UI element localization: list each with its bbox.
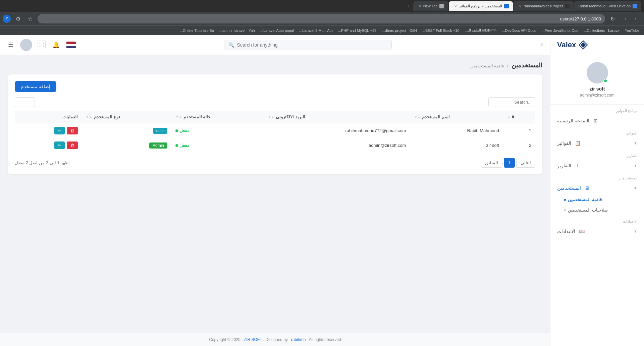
- col-status: حالة المستخدم ▲▼: [171, 111, 264, 123]
- language-flag[interactable]: [66, 42, 76, 48]
- table-search-input[interactable]: [488, 97, 535, 107]
- bookmark-youtube[interactable]: YouTube: [623, 28, 641, 33]
- header-search-input[interactable]: [237, 42, 387, 48]
- bookmark-js[interactable]: Free JavaScript Cod...: [540, 28, 580, 33]
- cell-actions-0: 🗑 ✏: [15, 123, 82, 138]
- logo-icon: [579, 40, 588, 50]
- section-label-invoices-app: برنامج الفواتير: [550, 105, 644, 114]
- forward-button[interactable]: →: [620, 14, 629, 23]
- tab-close-4[interactable]: ✕: [419, 4, 421, 8]
- sidebar-label-settings: الاعدادات: [557, 229, 575, 234]
- bookmark-collections[interactable]: Collections - Larave...: [582, 28, 621, 33]
- sidebar-item-invoices[interactable]: ▼ 📋 الفواتير: [550, 137, 644, 150]
- back-button[interactable]: ←: [632, 14, 641, 23]
- sidebar-user-section: zir soft admin@zirsoft.com: [550, 55, 644, 105]
- col-num-sort[interactable]: # ▲: [507, 114, 531, 119]
- per-page-input[interactable]: 50: [15, 97, 35, 107]
- col-email: البريد الالكتروني ▲▼: [264, 111, 410, 123]
- hamburger-button[interactable]: ☰: [7, 40, 15, 50]
- sidebar-item-settings[interactable]: ▼ 📖 الاعدادات: [550, 225, 644, 238]
- bookmark-rabih[interactable]: rabih-mh الملف الـ...: [463, 27, 499, 33]
- bookmark-laravel8[interactable]: Laravel 8 Multi Aut...: [297, 28, 335, 33]
- next-page-button[interactable]: التالي: [516, 158, 535, 168]
- header-menu-button[interactable]: ≡: [540, 42, 543, 48]
- col-actions: العمليات: [15, 111, 82, 123]
- status-dot-0: [175, 129, 178, 132]
- address-input[interactable]: [38, 14, 605, 23]
- sidebar-label-reports: التقارير: [557, 163, 571, 168]
- cell-type-0: user: [82, 123, 171, 138]
- col-num-label: #: [512, 114, 514, 119]
- chevron-invoices: ▼: [634, 141, 637, 145]
- bookmark-devdocs[interactable]: DevDocs API Docu...: [500, 28, 538, 33]
- users-icon: 🖥: [584, 185, 590, 191]
- page-1-button[interactable]: 1: [504, 158, 515, 168]
- browser-tab-3[interactable]: المستخدمين - برنامج الفواتير ✕: [449, 1, 513, 11]
- header-left: ☰ ⛶ 🔔: [7, 39, 76, 51]
- add-user-button[interactable]: إضافة مستخدم: [15, 81, 56, 92]
- bookmark-laravelauto[interactable]: Laravel Auto popul...: [258, 28, 296, 33]
- notification-button[interactable]: 🔔: [51, 40, 61, 50]
- sidebar-email: admin@zirsoft.com: [557, 93, 637, 98]
- table-row: 2 zir soft admin@zirsoft.com مفعل Admin …: [15, 138, 535, 153]
- extensions-button[interactable]: ⚙: [13, 14, 23, 23]
- subitem-dot-inactive: [564, 209, 566, 211]
- bookmark-dbms[interactable]: dbms-project - GitH...: [380, 28, 419, 33]
- pagination-row: التالي 1 السابق اظهر 1 الى 2 من اصل 2 سج…: [15, 158, 535, 168]
- bookmark-fullstack[interactable]: 10+ BEST Full Stack...: [420, 28, 462, 33]
- sidebar-item-users[interactable]: ▼ 🖥 المستخدمين: [550, 182, 644, 194]
- cell-name-1: zir soft: [410, 138, 503, 153]
- browser-tab-2[interactable]: rabihmh/invoicesProject ✕: [514, 1, 574, 11]
- menu-item-users-left: 🖥 المستخدمين: [557, 185, 590, 191]
- cell-actions-1: 🗑 ✏: [15, 138, 82, 153]
- status-dot-1: [175, 144, 178, 147]
- bookmark-online[interactable]: Online Tutorials So...: [178, 28, 216, 33]
- col-email-label: البريد الالكتروني: [276, 114, 305, 119]
- col-type-sort[interactable]: نوع المستخدم ▲▼: [86, 114, 167, 119]
- cell-email-1: admin@zirsoft.com: [264, 138, 410, 153]
- tab-close-3[interactable]: ✕: [454, 4, 457, 8]
- profile-button[interactable]: Z: [3, 15, 11, 23]
- edit-button-0[interactable]: ✏: [54, 127, 65, 134]
- tab-close-2[interactable]: ✕: [519, 4, 522, 8]
- delete-button-0[interactable]: 🗑: [67, 127, 78, 134]
- tab-label-3: المستخدمين - برنامج الفواتير: [459, 4, 502, 8]
- delete-button-1[interactable]: 🗑: [67, 141, 78, 149]
- bookmark-authlaravel[interactable]: auth in laravel - Yah...: [217, 28, 257, 33]
- subitem-users-permissions-label: صلاحيات المستخدمين: [568, 208, 608, 213]
- bookmark-php[interactable]: 39+ PHP and MySQL...: [336, 28, 378, 33]
- new-tab-button[interactable]: +: [405, 3, 412, 9]
- content-card: إضافة مستخدم 50 # ▲: [8, 74, 542, 174]
- browser-tab-1[interactable]: Rabih Mahmoud | Web Develop... ✕: [574, 1, 641, 11]
- sidebar-label-users: المستخدمين: [557, 185, 581, 191]
- logo-text: Valex: [557, 41, 576, 49]
- action-buttons-1: 🗑 ✏: [19, 141, 78, 149]
- sidebar-item-home[interactable]: ⊞ الصفحة الرئيسية: [550, 114, 644, 127]
- section-label-reports: التقارير: [550, 150, 644, 159]
- section-label-settings: الاعدادات: [550, 215, 644, 225]
- footer-designer-link[interactable]: rabihmh: [291, 337, 306, 342]
- col-email-sort[interactable]: البريد الالكتروني ▲▼: [268, 114, 406, 119]
- sidebar-subitem-users-list[interactable]: قائمة المستخدمين: [550, 194, 644, 205]
- footer-brand-link[interactable]: ZIR SOFT: [244, 337, 262, 342]
- subitem-users-list-label: قائمة المستخدمين: [568, 197, 602, 202]
- expand-button[interactable]: ⛶: [38, 41, 46, 49]
- chevron-reports: ▼: [634, 164, 637, 168]
- tab-label-1: Rabih Mahmoud | Web Develop...: [575, 4, 631, 8]
- sidebar-item-reports[interactable]: ▼ ℹ التقارير: [550, 159, 644, 172]
- search-icon: 🔍: [228, 42, 234, 48]
- main-content: المستخدمين / قائمة المستخدمين إضافة مستخ…: [0, 55, 550, 333]
- browser-tab-4[interactable]: New Tab ✕: [413, 1, 448, 11]
- bookmark-button[interactable]: ☆: [25, 14, 35, 23]
- sidebar-subitem-users-permissions[interactable]: صلاحيات المستخدمين: [550, 205, 644, 215]
- browser-chrome: Rabih Mahmoud | Web Develop... ✕ rabihmh…: [0, 0, 644, 35]
- reload-button[interactable]: ↻: [608, 14, 617, 23]
- col-status-sort[interactable]: حالة المستخدم ▲▼: [175, 114, 260, 119]
- breadcrumb-separator: /: [507, 63, 508, 68]
- cell-status-1: مفعل: [171, 138, 264, 153]
- menu-item-invoices-left: 📋 الفواتير: [557, 140, 581, 146]
- breadcrumb: المستخدمين / قائمة المستخدمين: [8, 62, 542, 69]
- prev-page-button[interactable]: السابق: [481, 158, 502, 168]
- col-name-sort[interactable]: اسم المستخدم ▲▼: [414, 114, 499, 119]
- edit-button-1[interactable]: ✏: [54, 141, 65, 149]
